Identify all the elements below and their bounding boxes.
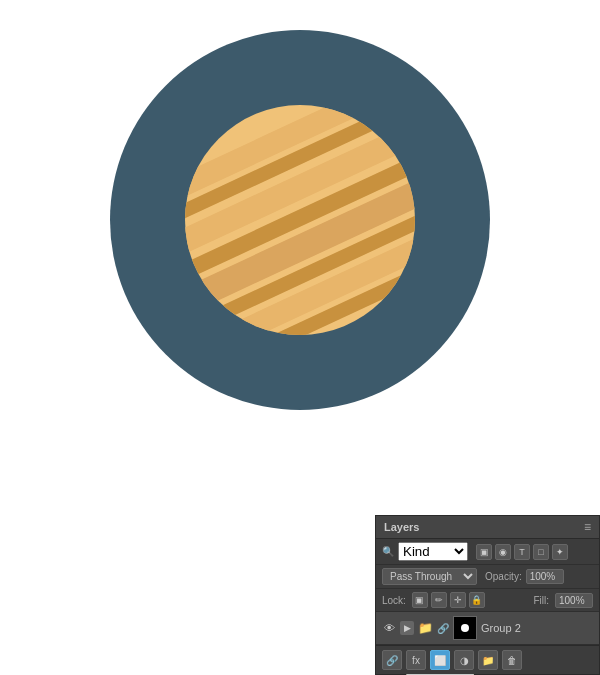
layers-menu-icon[interactable]: ≡ [584, 520, 591, 534]
layers-header: Layers ≡ [376, 516, 599, 539]
delete-layer-btn[interactable]: 🗑 [502, 650, 522, 670]
planet-sphere [185, 105, 415, 335]
lock-image-btn[interactable]: ✏ [431, 592, 447, 608]
planet-illustration [110, 30, 490, 410]
smart-filter-icon[interactable]: ✦ [552, 544, 568, 560]
blend-mode-row: Pass Through Normal Dissolve Opacity: [376, 565, 599, 589]
layer-name: Group 2 [481, 622, 593, 634]
chain-link-icon: 🔗 [437, 623, 449, 634]
kind-row: 🔍 Kind ▣ ◉ T □ ✦ [376, 539, 599, 565]
layer-link-btn[interactable]: 🔗 [382, 650, 402, 670]
layer-item-group2[interactable]: 👁 ▶ 📁 🔗 Group 2 [376, 612, 599, 645]
visibility-toggle[interactable]: 👁 [382, 621, 396, 635]
opacity-input[interactable] [526, 569, 564, 584]
canvas: Layers ≡ 🔍 Kind ▣ ◉ T □ ✦ Pass Through N… [0, 0, 600, 675]
fill-label: Fill: [533, 595, 549, 606]
layer-thumbnail[interactable] [453, 616, 477, 640]
adjustment-filter-icon[interactable]: ◉ [495, 544, 511, 560]
shape-filter-icon[interactable]: □ [533, 544, 549, 560]
new-adjustment-btn[interactable]: ◑ [454, 650, 474, 670]
layers-toolbar: 🔗 fx ⬜ Add a mask ◑ 📁 🗑 [376, 645, 599, 674]
lock-label: Lock: [382, 595, 406, 606]
filter-icons: ▣ ◉ T □ ✦ [476, 544, 568, 560]
lock-position-btn[interactable]: ✛ [450, 592, 466, 608]
lock-all-btn[interactable]: 🔒 [469, 592, 485, 608]
lock-icons: ▣ ✏ ✛ 🔒 [412, 592, 485, 608]
folder-icon: 📁 [418, 621, 433, 635]
fill-input[interactable] [555, 593, 593, 608]
kind-select[interactable]: Kind [398, 542, 468, 561]
layer-effects-btn[interactable]: fx [406, 650, 426, 670]
outer-ring [110, 30, 490, 410]
pixel-filter-icon[interactable]: ▣ [476, 544, 492, 560]
search-icon: 🔍 [382, 546, 394, 557]
opacity-label: Opacity: [485, 571, 522, 582]
new-group-btn[interactable]: 📁 [478, 650, 498, 670]
thumbnail-dot [461, 624, 469, 632]
add-mask-btn[interactable]: ⬜ Add a mask [430, 650, 450, 670]
blend-mode-select[interactable]: Pass Through Normal Dissolve [382, 568, 477, 585]
lock-transparent-btn[interactable]: ▣ [412, 592, 428, 608]
lock-row: Lock: ▣ ✏ ✛ 🔒 Fill: [376, 589, 599, 612]
layer-type-icon[interactable]: ▶ [400, 621, 414, 635]
type-filter-icon[interactable]: T [514, 544, 530, 560]
layers-panel: Layers ≡ 🔍 Kind ▣ ◉ T □ ✦ Pass Through N… [375, 515, 600, 675]
layers-title: Layers [384, 521, 419, 533]
